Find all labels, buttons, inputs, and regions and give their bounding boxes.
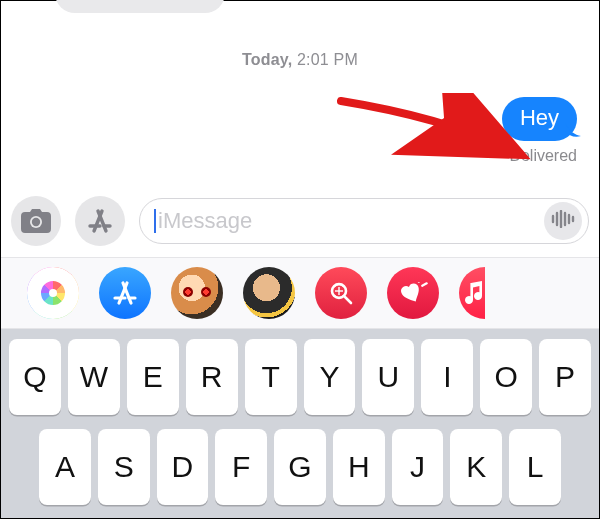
- key-j[interactable]: J: [392, 429, 444, 505]
- timestamp-day: Today,: [242, 51, 292, 68]
- key-g[interactable]: G: [274, 429, 326, 505]
- bubble-tail-icon: [565, 123, 581, 139]
- key-d[interactable]: D: [157, 429, 209, 505]
- animoji-app-icon[interactable]: [243, 267, 295, 319]
- key-o[interactable]: O: [480, 339, 532, 415]
- key-w[interactable]: W: [68, 339, 120, 415]
- keyboard-area: QWERTYUIOP ASDFGHJKL: [1, 257, 599, 518]
- digital-touch-app-icon[interactable]: [387, 267, 439, 319]
- memoji-app-icon[interactable]: [171, 267, 223, 319]
- key-s[interactable]: S: [98, 429, 150, 505]
- svg-line-9: [345, 297, 351, 303]
- key-h[interactable]: H: [333, 429, 385, 505]
- outgoing-message[interactable]: Hey: [502, 97, 577, 141]
- key-a[interactable]: A: [39, 429, 91, 505]
- app-store-app-icon[interactable]: [99, 267, 151, 319]
- svg-point-1: [32, 218, 40, 226]
- key-k[interactable]: K: [450, 429, 502, 505]
- text-caret-icon: [154, 209, 156, 233]
- keyboard-keys: QWERTYUIOP ASDFGHJKL: [1, 329, 599, 519]
- previous-message-stub: [55, 0, 225, 13]
- music-app-icon[interactable]: [459, 267, 485, 319]
- message-text: Hey: [520, 105, 559, 130]
- voice-record-button[interactable]: [544, 202, 582, 240]
- key-u[interactable]: U: [362, 339, 414, 415]
- compose-bar: [11, 191, 589, 251]
- waveform-icon: [551, 210, 575, 232]
- message-input-container[interactable]: [139, 198, 589, 244]
- key-l[interactable]: L: [509, 429, 561, 505]
- message-status: Delivered: [509, 147, 577, 165]
- imessage-app-strip[interactable]: [1, 257, 599, 329]
- image-search-app-icon[interactable]: [315, 267, 367, 319]
- app-store-icon: [86, 207, 114, 235]
- conversation-timestamp: Today, 2:01 PM: [1, 51, 599, 69]
- key-y[interactable]: Y: [304, 339, 356, 415]
- message-input[interactable]: [158, 208, 544, 234]
- svg-line-13: [422, 283, 427, 285]
- key-q[interactable]: Q: [9, 339, 61, 415]
- photos-app-icon[interactable]: [27, 267, 79, 319]
- app-drawer-button[interactable]: [75, 196, 125, 246]
- key-i[interactable]: I: [421, 339, 473, 415]
- camera-button[interactable]: [11, 196, 61, 246]
- key-p[interactable]: P: [539, 339, 591, 415]
- key-r[interactable]: R: [186, 339, 238, 415]
- camera-icon: [21, 209, 51, 233]
- key-f[interactable]: F: [215, 429, 267, 505]
- key-t[interactable]: T: [245, 339, 297, 415]
- key-e[interactable]: E: [127, 339, 179, 415]
- timestamp-time: 2:01 PM: [297, 51, 358, 68]
